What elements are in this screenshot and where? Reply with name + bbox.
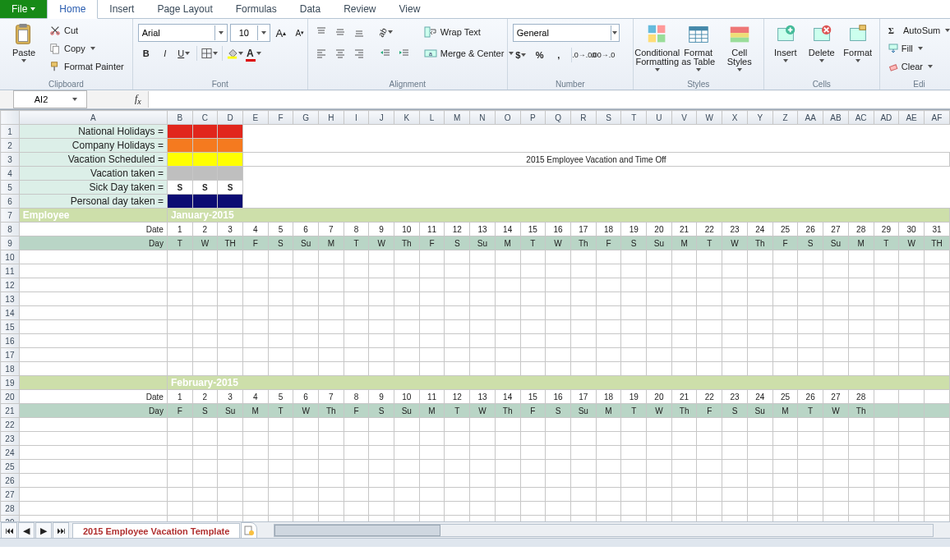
cell-styles-button[interactable]: Cell Styles: [721, 21, 759, 76]
increase-indent-button[interactable]: [396, 45, 413, 62]
borders-button[interactable]: [201, 45, 218, 62]
align-center-icon: [334, 48, 346, 59]
increase-decimal-button[interactable]: .0→.00: [576, 47, 593, 63]
svg-rect-45: [648, 34, 656, 42]
last-sheet-button[interactable]: ⏭: [53, 522, 69, 539]
tab-data[interactable]: Data: [288, 0, 332, 18]
font-color-button[interactable]: A: [246, 45, 262, 62]
new-sheet-button[interactable]: [241, 522, 257, 539]
formula-input[interactable]: [148, 91, 950, 108]
prev-sheet-button[interactable]: ◀: [18, 522, 35, 539]
scrollbar-thumb[interactable]: [274, 525, 440, 536]
accounting-format-button[interactable]: $: [513, 47, 529, 63]
comma-button[interactable]: ,: [551, 47, 567, 63]
align-bottom-button[interactable]: [351, 24, 367, 40]
clear-button[interactable]: Clear: [885, 58, 950, 75]
chevron-down-icon: [30, 7, 35, 11]
sheet-tab[interactable]: 2015 Employee Vacation Template: [72, 523, 240, 539]
svg-point-65: [249, 530, 254, 535]
align-center-button[interactable]: [332, 45, 348, 62]
shrink-font-button[interactable]: A▾: [292, 25, 308, 41]
fill-color-button[interactable]: [227, 45, 243, 62]
grid[interactable]: ABCDEFGHIJKLMNOPQRSTUVWXYZAAABACADAEAF1N…: [0, 110, 950, 530]
svg-rect-2: [18, 30, 27, 41]
number-format-combo[interactable]: [513, 24, 620, 42]
chevron-down-icon: [521, 53, 526, 57]
align-middle-button[interactable]: [332, 24, 348, 40]
tab-home[interactable]: Home: [47, 0, 98, 19]
font-size-input[interactable]: [231, 25, 257, 40]
svg-rect-43: [648, 25, 656, 33]
next-sheet-button[interactable]: ▶: [35, 522, 52, 539]
underline-button[interactable]: U: [176, 45, 192, 62]
format-as-table-button[interactable]: Format as Table: [680, 21, 717, 76]
delete-cells-button[interactable]: Delete: [805, 21, 838, 76]
paste-icon: [12, 22, 36, 47]
tab-insert[interactable]: Insert: [98, 0, 145, 18]
wrap-text-button[interactable]: Wrap Text: [421, 24, 518, 40]
tab-file[interactable]: File: [0, 0, 47, 18]
align-left-button[interactable]: [313, 45, 330, 62]
tab-page-layout[interactable]: Page Layout: [145, 0, 224, 18]
chevron-down-icon: [256, 52, 261, 55]
align-bottom-icon: [353, 26, 365, 38]
group-clipboard-label: Clipboard: [5, 80, 127, 90]
orientation-button[interactable]: ab: [377, 24, 394, 40]
ribbon: Paste Cut Copy Format Painter Clipboard …: [0, 19, 950, 90]
percent-button[interactable]: %: [532, 47, 548, 63]
chevron-down-icon: [783, 59, 788, 62]
decrease-decimal-button[interactable]: .00→.0: [595, 47, 611, 63]
group-alignment: ab Wrap Text aMerge & Center Alignment: [308, 19, 508, 90]
font-name-input[interactable]: [139, 25, 214, 40]
chevron-down-icon[interactable]: [214, 25, 227, 40]
borders-icon: [201, 48, 212, 59]
insert-cells-button[interactable]: Insert: [769, 21, 802, 76]
autosum-button[interactable]: Σ AutoSum: [885, 22, 950, 39]
group-editing: Σ AutoSum Fill Clear Edi: [880, 19, 950, 90]
copy-icon: [49, 43, 61, 54]
paste-button[interactable]: Paste: [5, 21, 43, 76]
italic-button[interactable]: I: [157, 45, 173, 62]
first-sheet-button[interactable]: ⏮: [1, 522, 17, 539]
chevron-down-icon[interactable]: [257, 25, 270, 40]
insert-icon: [773, 22, 798, 47]
fill-button[interactable]: Fill: [885, 40, 950, 57]
tab-formulas[interactable]: Formulas: [224, 0, 288, 18]
merge-center-button[interactable]: aMerge & Center: [421, 45, 518, 62]
align-left-icon: [316, 48, 327, 59]
decrease-indent-button[interactable]: [377, 45, 394, 62]
fx-icon[interactable]: fx: [135, 93, 141, 106]
conditional-formatting-button[interactable]: Conditional Formatting: [639, 21, 676, 76]
font-name-combo[interactable]: [138, 24, 228, 42]
svg-rect-8: [53, 67, 55, 71]
align-right-button[interactable]: [351, 45, 367, 62]
format-cells-button[interactable]: Format: [842, 21, 874, 76]
group-font: A▴ A▾ B I U A Font: [133, 19, 308, 90]
chevron-down-icon[interactable]: [611, 25, 619, 40]
tab-review[interactable]: Review: [332, 0, 387, 18]
bold-button[interactable]: B: [138, 45, 154, 62]
format-painter-button[interactable]: Format Painter: [46, 58, 127, 75]
name-box[interactable]: [13, 90, 87, 108]
svg-rect-63: [889, 65, 897, 71]
font-size-combo[interactable]: [230, 24, 270, 42]
group-styles: Conditional Formatting Format as Table C…: [634, 19, 764, 90]
grow-font-button[interactable]: A▴: [273, 25, 289, 41]
bucket-icon: [227, 48, 238, 59]
horizontal-scrollbar[interactable]: [274, 524, 934, 537]
worksheet[interactable]: ABCDEFGHIJKLMNOPQRSTUVWXYZAAABACADAEAF1N…: [0, 109, 950, 547]
cut-button[interactable]: Cut: [46, 22, 127, 39]
svg-rect-1: [19, 24, 26, 28]
indent-icon: [399, 48, 410, 59]
name-box-input[interactable]: [14, 94, 68, 105]
chevron-down-icon[interactable]: [68, 98, 81, 101]
group-styles-label: Styles: [639, 80, 759, 90]
svg-rect-61: [860, 25, 866, 30]
align-top-button[interactable]: [313, 24, 330, 40]
paste-label: Paste: [12, 48, 35, 57]
copy-button[interactable]: Copy: [46, 40, 127, 57]
number-format-input[interactable]: [514, 25, 611, 40]
tab-view[interactable]: View: [388, 0, 432, 18]
chevron-down-icon: [737, 68, 742, 71]
scissors-icon: [49, 25, 61, 36]
